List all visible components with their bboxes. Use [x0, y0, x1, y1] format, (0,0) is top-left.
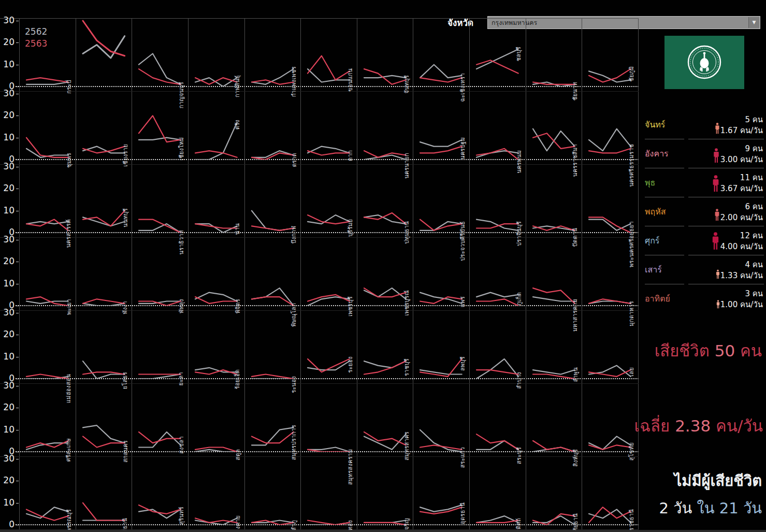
- line-y2562: [83, 36, 125, 58]
- province-chart[interactable]: แพร่: [413, 238, 470, 310]
- province-chart[interactable]: ศรีสะเกษ: [19, 384, 76, 456]
- day-stat-row[interactable]: ศุกร์12 คน4.00 คน/วัน: [645, 226, 764, 255]
- province-chart[interactable]: ร้อยเอ็ด: [189, 311, 245, 383]
- province-chart[interactable]: กำแพงเพชร: [245, 19, 301, 91]
- province-chart[interactable]: พิษณุโลก: [245, 238, 301, 310]
- day-stat-row[interactable]: เสาร์4 คน1.33 คน/วัน: [645, 255, 764, 284]
- province-chart[interactable]: อุตรดิตถ์: [470, 457, 526, 529]
- province-chart[interactable]: ลำพูน: [526, 311, 583, 383]
- province-chart[interactable]: กาญจนบุรี: [132, 19, 189, 91]
- province-chart[interactable]: อุบลราชธานี: [582, 457, 639, 529]
- province-chart[interactable]: เลย: [582, 311, 639, 383]
- y-axis-tick: [16, 481, 19, 481]
- line-y2562: [420, 505, 462, 512]
- province-chart[interactable]: พะเยา: [19, 238, 76, 310]
- province-chart[interactable]: นครนายก: [357, 92, 414, 164]
- province-chart[interactable]: บุรีรัมย์: [301, 165, 357, 237]
- province-chart[interactable]: สุรินทร์: [132, 457, 189, 529]
- province-chart[interactable]: กาฬสินธุ์: [189, 19, 245, 91]
- province-chart[interactable]: นครราชสีมา: [526, 92, 583, 164]
- province-chart[interactable]: พระนครศรีอยุธยา: [582, 165, 639, 237]
- province-chart[interactable]: นครศรีธรรมราช: [582, 92, 639, 164]
- line-y2563: [195, 224, 237, 228]
- province-chart[interactable]: ขอนแก่น: [301, 19, 357, 91]
- province-chart[interactable]: น่าน: [189, 165, 245, 237]
- province-chart[interactable]: สมุทรสาคร: [357, 384, 414, 456]
- day-stat-row[interactable]: อังคาร9 คน3.00 คน/วัน: [645, 139, 764, 168]
- province-chart[interactable]: มหาสารคาม: [526, 238, 583, 310]
- province-chart[interactable]: ตราด: [245, 92, 301, 164]
- province-chart[interactable]: นครสวรรค์: [19, 165, 76, 237]
- province-chart[interactable]: เชียงราย: [76, 92, 133, 164]
- day-stat-row[interactable]: อาทิตย์3 คน1.00 คน/วัน: [645, 284, 764, 313]
- province-chart[interactable]: ตรัง: [189, 92, 245, 164]
- province-chart[interactable]: อ่างทอง: [301, 457, 357, 529]
- province-chart[interactable]: มุกดาหาร: [582, 238, 639, 310]
- province-chart[interactable]: ชุมพร: [19, 92, 76, 164]
- province-chart[interactable]: ชลบุรี: [470, 19, 526, 91]
- province-chart[interactable]: สตูล: [189, 384, 245, 456]
- province-chart[interactable]: ยโสธร: [76, 311, 133, 383]
- line-y2563: [364, 432, 406, 445]
- day-stat-row[interactable]: พุธ11 คน3.67 คน/วัน: [645, 168, 764, 197]
- day-stat-row[interactable]: พฤหัส6 คน2.00 คน/วัน: [645, 197, 764, 226]
- province-chart[interactable]: สระบุรี: [470, 384, 526, 456]
- province-chart[interactable]: สระแก้ว: [413, 384, 470, 456]
- province-chart[interactable]: ปราจีนบุรี: [470, 165, 526, 237]
- province-chart[interactable]: ลพบุรี: [413, 311, 470, 383]
- province-chart[interactable]: สกลนคร: [76, 384, 133, 456]
- province-chart[interactable]: หนองคาย: [189, 457, 245, 529]
- province-chart[interactable]: ปทุมธานี: [357, 165, 414, 237]
- province-chart[interactable]: ชัยนาท: [526, 19, 583, 91]
- province-chart[interactable]: จันทบุรี: [357, 19, 414, 91]
- province-chart[interactable]: พังงา: [76, 238, 133, 310]
- province-chart[interactable]: ระยอง: [301, 311, 357, 383]
- province-chart[interactable]: สมุทรสงคราม: [301, 384, 357, 456]
- province-chart[interactable]: ตาก: [301, 92, 357, 164]
- province-chart[interactable]: นครปฐม: [413, 92, 470, 164]
- line-y2563: [420, 445, 462, 450]
- province-chart[interactable]: นราธิวาส: [132, 165, 189, 237]
- day-stat-row[interactable]: จันทร์5 คน1.67 คน/วัน: [645, 110, 764, 139]
- province-chart[interactable]: ลำปาง: [470, 311, 526, 383]
- province-chart[interactable]: เชียงใหม่: [132, 92, 189, 164]
- y-axis-tick-label: 20: [0, 183, 15, 193]
- province-chart[interactable]: ยะลา: [132, 311, 189, 383]
- province-chart[interactable]: ระนอง: [245, 311, 301, 383]
- line-y2563: [476, 60, 518, 73]
- province-chart[interactable]: สุพรรณบุรี: [19, 457, 76, 529]
- province-chart[interactable]: สมุทรปราการ: [245, 384, 301, 456]
- province-chart[interactable]: หนองบัวลำภู: [245, 457, 301, 529]
- deaths-unit: คน: [740, 341, 762, 360]
- province-chart[interactable]: [76, 19, 133, 91]
- province-chart[interactable]: ฉะเชิงเทรา: [413, 19, 470, 91]
- province-chart[interactable]: เพชรบูรณ์: [357, 238, 414, 310]
- province-chart[interactable]: นครพนม: [470, 92, 526, 164]
- province-chart[interactable]: สุโขทัย: [582, 384, 639, 456]
- province-chart[interactable]: แม่ฮ่องสอน: [19, 311, 76, 383]
- province-chart[interactable]: เพชรบุรี: [301, 238, 357, 310]
- province-chart[interactable]: สิงห์บุรี: [526, 384, 583, 456]
- province-chart[interactable]: พัทลุง: [132, 238, 189, 310]
- province-label: เลย: [627, 367, 636, 377]
- line-y2563: [26, 509, 68, 520]
- line-y2562: [139, 224, 181, 233]
- province-chart[interactable]: อุทัยธานี: [526, 457, 583, 529]
- province-chart[interactable]: กระบี่: [19, 19, 76, 91]
- y-axis-tick: [16, 42, 19, 43]
- line-y2562: [139, 138, 181, 140]
- province-chart[interactable]: ชัยภูมิ: [582, 19, 639, 91]
- province-chart[interactable]: อุดรธานี: [413, 457, 470, 529]
- province-chart[interactable]: ปัตตานี: [526, 165, 583, 237]
- province-chart[interactable]: สุราษฎร์ธานี: [76, 457, 133, 529]
- province-chart[interactable]: สงขลา: [132, 384, 189, 456]
- province-chart[interactable]: อำนาจเจริญ: [357, 457, 414, 529]
- small-multiples-grid: 3020100กระบี่กาญจนบุรีกาฬสินธุ์กำแพงเพชร…: [0, 18, 639, 530]
- province-chart[interactable]: ราชบุรี: [357, 311, 414, 383]
- province-chart[interactable]: ประจวบคีรีขันธ์: [413, 165, 470, 237]
- province-chart[interactable]: บึงกาฬ: [245, 165, 301, 237]
- y-axis-tick: [16, 94, 19, 94]
- province-chart[interactable]: นนทบุรี: [76, 165, 133, 237]
- province-chart[interactable]: ภูเก็ต: [470, 238, 526, 310]
- province-chart[interactable]: พิจิตร: [189, 238, 245, 310]
